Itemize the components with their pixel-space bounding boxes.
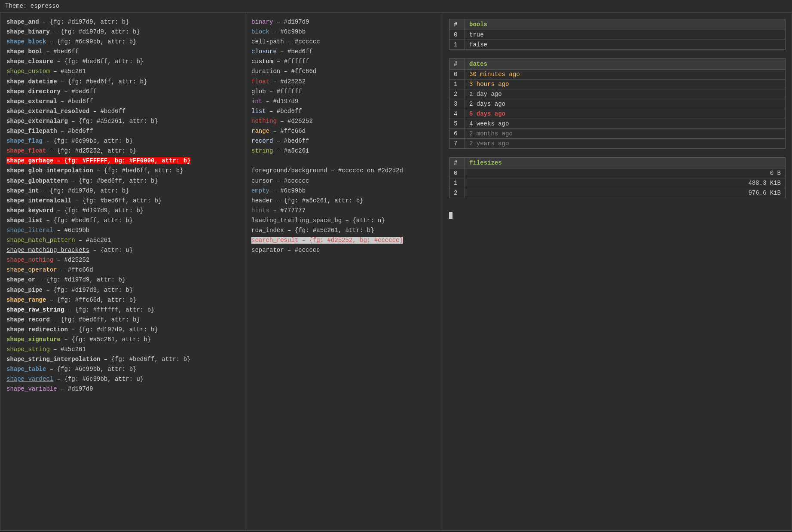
ui-value: – #777777: [269, 207, 306, 214]
col1-line: shape_range – {fg: #ffc66d, attr: b}: [6, 295, 239, 305]
col2-type-line: list – #bed6ff: [251, 107, 437, 116]
shape-suffix: – {fg: #6c99bb, attr: b}: [43, 138, 133, 144]
table-row: 00 B: [450, 168, 786, 178]
type-value: – #d25252: [277, 118, 313, 125]
dates-label-header: dates: [465, 59, 786, 70]
shape-suffix: – {fg: #bed6ff, attr: b}: [53, 58, 144, 65]
row-index: 1: [450, 178, 465, 188]
col2-type-line: range – #ffc66d: [251, 126, 437, 136]
type-label: string: [251, 147, 273, 154]
ui-label: leading_trailing_space_bg: [251, 217, 342, 224]
search-result-highlight: search_result – {fg: #d25252, bg: #ccccc…: [251, 237, 403, 244]
col1-line: shape_external_resolved – #bed6ff: [6, 107, 239, 116]
col2-type-line: duration – #ffc66d: [251, 67, 437, 76]
shape-name: shape_internalcall: [6, 197, 71, 204]
shape-suffix: – {fg: #d197d9, attr: b}: [39, 187, 129, 194]
type-label: record: [251, 138, 273, 144]
type-label: duration: [251, 68, 280, 75]
shape-name: shape_list: [6, 217, 43, 224]
col1-line: shape_globpattern – {fg: #bed6ff, attr: …: [6, 176, 239, 186]
dates-hash-header: #: [450, 59, 465, 70]
ui-value: – {fg: #a5c261, attr: b}: [284, 227, 374, 234]
row-value: 976.6 KiB: [465, 188, 786, 198]
shape-name: shape_external: [6, 98, 57, 105]
shape-suffix: – {fg: #6c99bb, attr: b}: [46, 366, 136, 373]
shape-suffix: – {fg: #bed6ff, attr: b}: [50, 316, 140, 323]
shape-suffix: – #d197d9: [57, 385, 93, 392]
col1-line: shape_externalarg – {fg: #a5c261, attr: …: [6, 116, 239, 126]
shape-suffix: – {attr: u}: [89, 247, 133, 254]
shape-name: shape_custom: [6, 68, 50, 75]
type-value: – #6c99bb: [269, 28, 306, 35]
shape-name: shape_closure: [6, 58, 53, 65]
column-2: binary – #d197d9block – #6c99bbcell-path…: [245, 13, 443, 530]
row-index: 4: [450, 109, 465, 119]
bools-label-header: bools: [465, 19, 786, 30]
shape-suffix: – #bed6ff: [57, 98, 93, 105]
type-label: nothing: [251, 118, 277, 125]
type-label: closure: [251, 48, 277, 55]
table-row: 030 minutes ago: [450, 70, 786, 79]
type-label: custom: [251, 58, 273, 65]
col1-line: shape_table – {fg: #6c99bb, attr: b}: [6, 364, 239, 374]
type-label: range: [251, 128, 269, 135]
col1-line: shape_flag – {fg: #6c99bb, attr: b}: [6, 136, 239, 146]
row-value: 4 weeks ago: [465, 119, 786, 129]
shape-suffix: – {fg: #ffc66d, attr: b}: [46, 297, 136, 303]
col1-line: shape_closure – {fg: #bed6ff, attr: b}: [6, 57, 239, 67]
ui-value: – #6c99bb: [269, 187, 306, 194]
shape-name: shape_vardecl: [6, 376, 53, 382]
type-value: – #bed6ff: [277, 48, 313, 55]
shape-suffix: – #ffc66d: [57, 266, 93, 273]
shape-suffix: – {fg: #d197d9, attr: b}: [68, 326, 158, 333]
col2-type-line: int – #d197d9: [251, 97, 437, 107]
shape-suffix: – #bed6ff: [57, 128, 93, 135]
table-row: 2976.6 KiB: [450, 188, 786, 198]
type-value: – #d197d9: [273, 18, 309, 25]
shape-suffix: – {fg: #d197d9, attr: b}: [35, 276, 125, 283]
bools-table: # bools 0true1false: [449, 19, 786, 50]
table-row: 2a day ago: [450, 89, 786, 99]
shape-suffix: – {fg: #bed6ff, attr: b}: [100, 356, 190, 363]
filesizes-hash-header: #: [450, 158, 465, 168]
col1-line: shape_garbage – {fg: #FFFFFF, bg: #FF000…: [6, 156, 239, 166]
type-value: – #a5c261: [273, 147, 309, 154]
col2-type-line: record – #bed6ff: [251, 136, 437, 146]
row-value: 2 months ago: [465, 129, 786, 139]
row-index: 6: [450, 129, 465, 139]
table-row: 1488.3 KiB: [450, 178, 786, 188]
shape-suffix: – #bed6ff: [89, 108, 125, 115]
shape-suffix: – #d25252: [53, 257, 89, 263]
table-row: 32 days ago: [450, 99, 786, 109]
shape-name: shape_matching_brackets: [6, 247, 89, 254]
shape-name: shape_signature: [6, 336, 61, 343]
col2-ui-line: separator – #cccccc: [251, 245, 437, 255]
col1-line: shape_datetime – {fg: #bed6ff, attr: b}: [6, 77, 239, 87]
col2-ui-line: cursor – #cccccc: [251, 176, 437, 186]
col2-ui-line: empty – #6c99bb: [251, 186, 437, 196]
shape-name: shape_externalarg: [6, 118, 68, 125]
col2-ui-line: leading_trailing_space_bg – {attr: n}: [251, 216, 437, 226]
shape-suffix: – #6c99bb: [53, 227, 89, 234]
shape-suffix: – {fg: #d197d9, attr: b}: [50, 28, 140, 35]
shape-suffix: – {fg: #bed6ff, attr: b}: [57, 78, 147, 85]
col1-line: shape_keyword – {fg: #d197d9, attr: b}: [6, 206, 239, 216]
col1-line: shape_string_interpolation – {fg: #bed6f…: [6, 355, 239, 364]
row-index: 3: [450, 99, 465, 109]
col1-line: shape_match_pattern – #a5c261: [6, 235, 239, 245]
shape-suffix: – {fg: #bed6ff, attr: b}: [71, 197, 162, 204]
table-row: 62 months ago: [450, 129, 786, 139]
type-label: glob: [251, 88, 266, 95]
shape-suffix: – #a5c261: [50, 68, 86, 75]
row-index: 0: [450, 168, 465, 178]
type-label: cell-path: [251, 38, 284, 45]
title-bar: Theme: espresso: [0, 0, 792, 12]
col1-line: shape_matching_brackets – {attr: u}: [6, 245, 239, 255]
shape-name: shape_string: [6, 346, 50, 353]
table-row: 54 weeks ago: [450, 119, 786, 129]
ui-value: – #cccccc: [273, 177, 309, 184]
shape-suffix: – {fg: #a5c261, attr: b}: [68, 118, 158, 125]
type-value: – #d197d9: [262, 98, 298, 105]
shape-name: shape_and: [6, 18, 39, 25]
filesizes-table: # filesizes 00 B1488.3 KiB2976.6 KiB: [449, 157, 786, 198]
